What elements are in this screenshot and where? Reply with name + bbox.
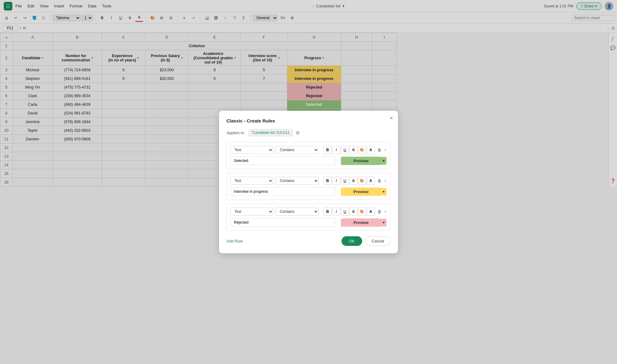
range-selector-icon[interactable]: ⊞ <box>296 130 300 135</box>
rule-1-type-row: Text Contains B I U S 🎨 A 🗑 × <box>230 146 387 154</box>
rule-1-value-row: Preview ▾ <box>230 156 387 165</box>
rule-section-1: Text Contains B I U S 🎨 A 🗑 × <box>226 142 391 169</box>
applies-to-range[interactable]: 'Candidate list'.G3:G11 <box>248 129 293 136</box>
applies-to-label: Applies to: <box>226 130 245 135</box>
rule-1-strike-btn[interactable]: S <box>350 146 358 154</box>
rule-1-close-icon[interactable]: × <box>384 147 387 152</box>
rule-1-delete-button[interactable]: 🗑 <box>377 147 382 152</box>
rule-1-color-btn[interactable]: A <box>367 146 375 154</box>
applies-to-row: Applies to: 'Candidate list'.G3:G11 ⊞ <box>226 129 391 136</box>
rule-1-italic-btn[interactable]: I <box>332 146 340 154</box>
rule-1-bold-btn[interactable]: B <box>324 146 332 154</box>
dialog-overlay: Classic - Create Rules × Applies to: 'Ca… <box>0 0 617 187</box>
rule-2-fill-btn[interactable]: 🎨 <box>358 177 366 185</box>
rule-1-preview-chevron[interactable]: ▾ <box>381 157 387 165</box>
rule-2-format-toolbar: B I U S 🎨 A <box>324 177 375 185</box>
rule-1-underline-btn[interactable]: U <box>341 146 349 154</box>
rule-1-format-toolbar: B I U S 🎨 A <box>324 146 375 154</box>
rule-2-condition-select[interactable]: Contains <box>276 177 319 185</box>
rule-2-color-btn[interactable]: A <box>367 177 375 185</box>
rule-2-italic-btn[interactable]: I <box>332 177 340 185</box>
rule-2-delete-button[interactable]: 🗑 <box>377 178 382 183</box>
rule-1-preview-button[interactable]: Preview <box>341 157 381 165</box>
rule-2-underline-btn[interactable]: U <box>341 177 349 185</box>
rule-2-strike-btn[interactable]: S <box>350 177 358 185</box>
rule-section-2: Text Contains B I U S 🎨 A 🗑 × <box>226 173 391 187</box>
rule-2-type-select[interactable]: Text <box>230 177 273 185</box>
dialog-title: Classic - Create Rules <box>226 118 391 123</box>
rule-1-type-select[interactable]: Text <box>230 146 273 154</box>
rule-1-value-input[interactable] <box>230 156 335 165</box>
dialog-close-button[interactable]: × <box>390 115 393 122</box>
rule-2-close-icon[interactable]: × <box>384 178 387 183</box>
rule-1-condition-select[interactable]: Contains <box>276 146 319 154</box>
rule-2-type-row: Text Contains B I U S 🎨 A 🗑 × <box>230 177 387 185</box>
rule-1-fill-btn[interactable]: 🎨 <box>358 146 366 154</box>
create-rules-dialog: Classic - Create Rules × Applies to: 'Ca… <box>219 111 398 187</box>
rule-2-bold-btn[interactable]: B <box>324 177 332 185</box>
